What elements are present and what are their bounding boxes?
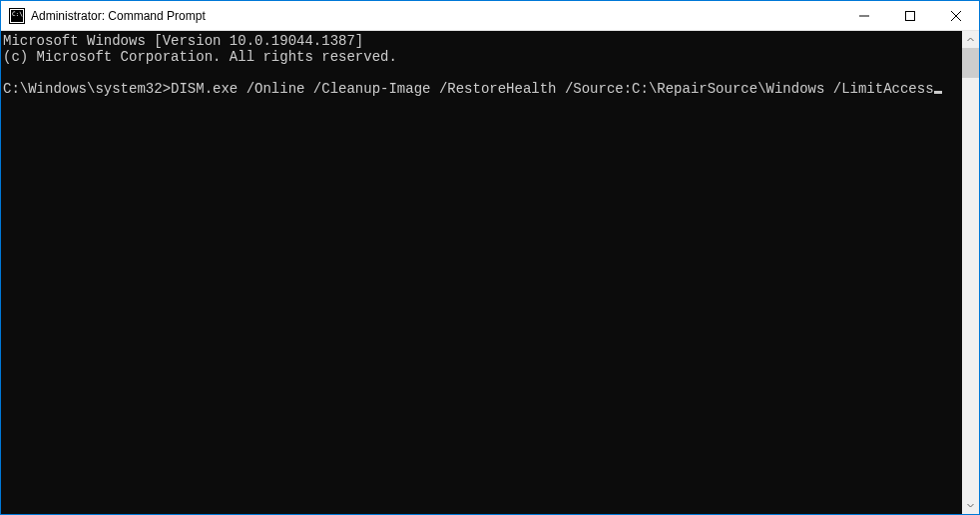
maximize-button[interactable] [887, 1, 933, 30]
titlebar[interactable]: C:\ Administrator: Command Prompt [1, 1, 979, 31]
svg-rect-5 [906, 11, 915, 20]
command-prompt-window: C:\ Administrator: Command Prompt [1, 1, 979, 514]
console-prompt-line: C:\Windows\system32>DISM.exe /Online /Cl… [3, 81, 962, 97]
scroll-up-button[interactable] [962, 31, 979, 48]
maximize-icon [905, 11, 915, 21]
prompt-text: C:\Windows\system32> [3, 81, 171, 97]
scroll-down-button[interactable] [962, 497, 979, 514]
close-button[interactable] [933, 1, 979, 30]
console-line: (c) Microsoft Corporation. All rights re… [3, 49, 962, 65]
scroll-track[interactable] [962, 48, 979, 497]
vertical-scrollbar[interactable] [962, 31, 979, 514]
minimize-icon [859, 11, 869, 21]
chevron-up-icon [967, 36, 974, 43]
console-line [3, 65, 962, 81]
scroll-thumb[interactable] [962, 48, 979, 78]
console-wrap: Microsoft Windows [Version 10.0.19044.13… [1, 31, 979, 514]
command-input[interactable]: DISM.exe /Online /Cleanup-Image /Restore… [171, 81, 934, 97]
cmd-icon: C:\ [9, 8, 25, 24]
window-title: Administrator: Command Prompt [31, 1, 841, 31]
minimize-button[interactable] [841, 1, 887, 30]
svg-text:C:\: C:\ [12, 10, 23, 17]
console-area[interactable]: Microsoft Windows [Version 10.0.19044.13… [1, 31, 962, 514]
console-line: Microsoft Windows [Version 10.0.19044.13… [3, 33, 962, 49]
chevron-down-icon [967, 502, 974, 509]
cursor-icon [934, 91, 942, 94]
close-icon [951, 11, 961, 21]
window-controls [841, 1, 979, 30]
